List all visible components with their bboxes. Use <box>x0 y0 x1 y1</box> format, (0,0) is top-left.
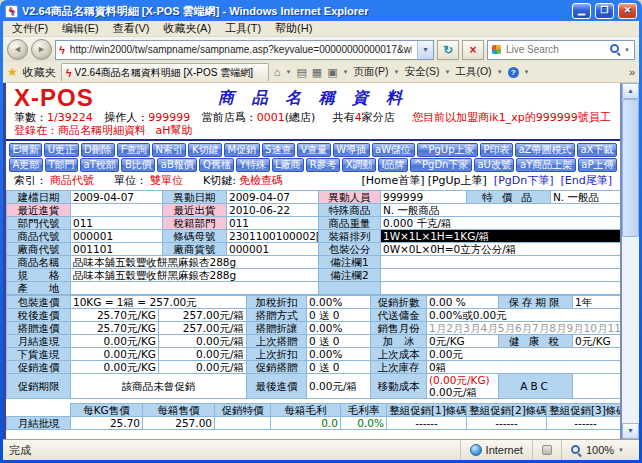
protected-mode-segment[interactable] <box>532 440 561 460</box>
help-dropdown-icon[interactable]: ▼ <box>524 69 530 75</box>
page-menu-dropdown-icon[interactable]: ▼ <box>394 69 400 75</box>
zoom-segment[interactable]: 100% ▼ <box>561 440 633 460</box>
modified-by-value: 999999 <box>381 191 467 204</box>
scroll-down-icon[interactable]: ▼ <box>622 423 639 439</box>
btn-delete[interactable]: D刪除 <box>81 143 116 157</box>
packing-value-selected[interactable]: 1W×1L×1H=1KG/箱 <box>381 230 623 243</box>
nav-end-link[interactable]: [End尾筆] <box>561 173 613 188</box>
btn-download[interactable]: aX下載 <box>577 143 617 157</box>
origin-blank-value <box>381 282 623 295</box>
special-price-button[interactable]: 特 價 品 <box>467 191 551 204</box>
nav-pgdn-link[interactable]: [PgDn下筆] <box>494 173 554 188</box>
btn-index[interactable]: N索引 <box>152 143 186 157</box>
btn-check-qty[interactable]: V查量 <box>297 143 331 157</box>
vertical-scrollbar[interactable]: ▲ ▼ <box>622 83 639 439</box>
forward-button[interactable]: ► <box>31 39 52 60</box>
btn-storage[interactable]: aW儲位 <box>372 143 415 157</box>
stop-button[interactable]: × <box>462 40 484 60</box>
nav-home-link[interactable]: [Home首筆] <box>362 173 425 188</box>
btn-dept[interactable]: T部門 <box>45 158 78 172</box>
menu-file[interactable]: 文件(F) <box>5 20 55 37</box>
form-row-vendor: 廠商代號 001101 廠商貨號 000001 包裝公分 0W×0L×0H=0立… <box>7 243 623 256</box>
btn-change-code[interactable]: aU改號 <box>474 158 515 172</box>
menu-help[interactable]: 帮助(H) <box>268 20 319 37</box>
menu-view[interactable]: 查看(V) <box>106 20 157 37</box>
safety-menu-dropdown-icon[interactable]: ▼ <box>445 69 451 75</box>
search-dropdown-icon[interactable]: ▼ <box>624 47 630 53</box>
last-purchase-value <box>71 204 163 217</box>
combo3-barcode: ------ <box>547 417 623 430</box>
address-field[interactable]: ϟ ▼ <box>55 40 434 60</box>
btn-quote[interactable]: aB報價 <box>157 158 197 172</box>
btn-reference[interactable]: R參考 <box>306 158 340 172</box>
btn-print[interactable]: P印表 <box>480 143 513 157</box>
feeds-icon[interactable]: ▤ <box>296 66 306 79</box>
btn-query[interactable]: F查詢 <box>117 143 150 157</box>
menu-favorites[interactable]: 收藏夹(A) <box>156 20 218 37</box>
btn-upload[interactable]: aP上傳 <box>578 158 617 172</box>
print-dropdown-icon[interactable]: ▼ <box>343 69 349 75</box>
nav-pgup-link[interactable]: [PgUp上筆] <box>428 173 487 188</box>
btn-quick-find[interactable]: S速查 <box>262 143 295 157</box>
btn-old-file[interactable]: Q舊檔 <box>199 158 234 172</box>
menu-tools[interactable]: 工具(T) <box>218 20 268 37</box>
abc-button[interactable]: ABC <box>499 374 573 399</box>
btn-tax-dept[interactable]: aT稅部 <box>80 158 119 172</box>
btn-pgup-vendor[interactable]: ^PgUp上家 <box>417 143 478 157</box>
profit-rate-value: 0.0% <box>341 417 387 430</box>
active-tab[interactable]: ϟ V2.64商品名稱資料明細 [X-POS 雲端網] <box>61 63 269 81</box>
btn-change-dept[interactable]: A更部 <box>9 158 43 172</box>
safety-menu[interactable]: 安全(S) <box>405 65 440 79</box>
back-button[interactable]: ◄ <box>7 39 28 60</box>
product-code-label: 商品代號 <box>7 230 71 243</box>
special-product-value: N. 一般商品 <box>381 204 623 217</box>
btn-edit[interactable]: U更正 <box>44 143 78 157</box>
zoom-dropdown-icon[interactable]: ▼ <box>618 447 624 453</box>
operator-id: 999999 <box>148 111 190 124</box>
help-link[interactable]: aH幫助 <box>156 124 193 137</box>
refresh-button[interactable]: ↻ <box>437 40 459 60</box>
health-tax-button[interactable]: 健 康 稅 <box>499 335 573 348</box>
close-button[interactable]: ✕ <box>618 3 637 19</box>
scroll-up-icon[interactable]: ▲ <box>622 83 639 99</box>
product-code-value: 000001 <box>71 230 163 243</box>
btn-brand[interactable]: I品牌 <box>378 158 408 172</box>
sale-months-label: 銷售月份 <box>371 322 427 335</box>
home-dropdown-icon[interactable]: ▼ <box>285 69 291 75</box>
minimize-button[interactable]: ▁ <box>572 3 591 19</box>
menu-edit[interactable]: 编辑(E) <box>55 20 106 37</box>
btn-import[interactable]: W導插 <box>333 143 370 157</box>
btn-pgdn-vendor[interactable]: ^PgDn下家 <box>410 158 472 172</box>
address-dropdown-icon[interactable]: ▼ <box>417 41 433 59</box>
search-input[interactable] <box>504 43 607 56</box>
btn-shelf[interactable]: aY商品上架 <box>516 158 575 172</box>
address-input[interactable] <box>68 43 414 56</box>
scrollbar-thumb[interactable] <box>622 99 639 237</box>
special-price-value: N. 一般品 <box>551 191 623 204</box>
toolbar-overflow-chevron[interactable]: » <box>629 66 635 78</box>
branches-suffix: 家分店 <box>362 111 395 124</box>
shelf-life-button[interactable]: 保存期限 <box>499 296 573 309</box>
read-mail-icon[interactable]: ▦ <box>312 66 322 79</box>
promo-gift-value: 0 送 0 <box>307 361 371 374</box>
maximize-button[interactable]: ❐ <box>595 3 614 19</box>
help-icon[interactable]: ? <box>508 67 519 78</box>
btn-transfer[interactable]: X調動 <box>342 158 376 172</box>
tools-menu[interactable]: 工具(O) <box>455 65 491 79</box>
btn-add[interactable]: E增新 <box>9 143 42 157</box>
home-icon[interactable]: ⌂ <box>274 66 281 78</box>
btn-vendor[interactable]: L廠商 <box>272 158 305 172</box>
btn-promo[interactable]: M促銷 <box>224 143 260 157</box>
btn-compare[interactable]: B比價 <box>121 158 155 172</box>
btn-special[interactable]: Y特殊 <box>236 158 269 172</box>
favorites-star-icon[interactable]: ★ <box>7 65 18 79</box>
tools-menu-dropdown-icon[interactable]: ▼ <box>497 69 503 75</box>
btn-switch-key[interactable]: K切鍵 <box>188 143 222 157</box>
page-menu[interactable]: 页面(P) <box>354 65 389 79</box>
print-icon[interactable]: ▣ <box>327 66 337 79</box>
search-box[interactable]: ▼ <box>487 40 635 60</box>
favorites-button[interactable]: 收藏夹 <box>23 65 56 80</box>
search-magnifier-icon[interactable] <box>610 44 621 55</box>
btn-image-mode[interactable]: aZ帶圖模式 <box>515 143 575 157</box>
selling-price-table: 每KG售價 每箱售價 促銷特價 每箱毛利 毛利率 整組促銷[1]條碼 整組促銷[… <box>6 403 622 430</box>
